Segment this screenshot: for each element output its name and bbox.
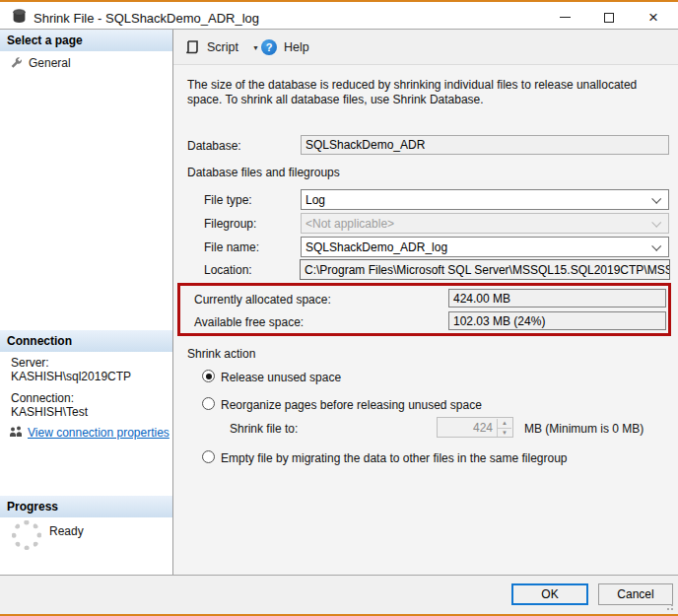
sidebar [0, 30, 173, 575]
file-name-combobox[interactable]: SQLShackDemo_ADR_log [301, 237, 669, 257]
help-icon: ? [261, 39, 277, 55]
database-field-value: SQLShackDemo_ADR [305, 138, 425, 152]
close-button[interactable]: × [639, 9, 668, 26]
ok-button-label: OK [541, 587, 558, 601]
resize-grip[interactable] [664, 601, 673, 610]
location-field-value: C:\Program Files\Microsoft SQL Server\MS… [305, 263, 670, 277]
maximize-icon [604, 13, 614, 23]
allocated-space-field[interactable]: 424.00 MB [448, 289, 666, 308]
script-icon [184, 39, 200, 55]
select-a-page-header: Select a page [0, 30, 172, 51]
filegroup-value: <Not applicable> [305, 217, 394, 231]
file-name-label: File name: [204, 240, 259, 254]
connection-value: KASHISH\Test [11, 405, 88, 419]
script-dropdown-icon[interactable]: ▼ [252, 44, 259, 51]
chevron-down-icon [651, 241, 661, 251]
sidebar-item-general-label: General [29, 56, 71, 70]
shrink-file-to-value: 424 [473, 421, 493, 435]
free-space-field[interactable]: 102.03 MB (24%) [448, 311, 666, 330]
progress-header: Progress [0, 496, 172, 517]
shrink-file-to-spinner[interactable]: 424 ▲ ▼ [437, 417, 513, 438]
progress-header-label: Progress [7, 500, 58, 513]
file-type-value: Log [305, 193, 325, 207]
dialog-description: The size of the database is reduced by s… [187, 78, 670, 107]
connection-label: Connection: [11, 391, 74, 405]
free-space-label: Available free space: [194, 315, 304, 329]
close-icon: × [648, 13, 658, 23]
select-a-page-header-label: Select a page [7, 34, 83, 47]
file-type-label: File type: [204, 193, 252, 207]
server-label: Server: [11, 356, 49, 370]
radio-reorganize-pages[interactable] [202, 397, 215, 410]
window-title: Shrink File - SQLShackDemo_ADR_log [34, 11, 259, 26]
allocated-space-label: Currently allocated space: [194, 293, 331, 307]
database-field[interactable]: SQLShackDemo_ADR [301, 135, 669, 155]
cancel-button[interactable]: Cancel [598, 583, 673, 605]
shrink-file-to-label: Shrink file to: [230, 422, 298, 436]
file-name-value: SQLShackDemo_ADR_log [305, 240, 447, 254]
cancel-button-label: Cancel [617, 587, 653, 601]
progress-status: Ready [49, 524, 84, 538]
radio-empty-file-label[interactable]: Empty file by migrating the data to othe… [221, 451, 568, 465]
radio-empty-file[interactable] [202, 450, 215, 463]
radio-reorganize-pages-label[interactable]: Reorganize pages before releasing unused… [221, 398, 482, 412]
maximize-button[interactable] [594, 9, 624, 26]
file-type-combobox[interactable]: Log [301, 189, 669, 210]
location-label: Location: [204, 263, 252, 277]
view-connection-properties-link[interactable]: View connection properties [28, 426, 170, 440]
connection-properties-icon [8, 425, 24, 440]
spinner-up-icon[interactable]: ▲ [498, 419, 511, 429]
help-button-label: Help [284, 40, 309, 54]
filegroup-combobox[interactable]: <Not applicable> [301, 213, 669, 234]
free-space-value: 102.03 MB (24%) [453, 314, 545, 328]
shrink-action-label: Shrink action [187, 347, 255, 361]
allocated-space-value: 424.00 MB [453, 292, 510, 306]
database-icon [12, 9, 27, 27]
view-connection-properties[interactable]: View connection properties [8, 425, 170, 440]
wrench-icon [10, 56, 23, 69]
ok-button[interactable]: OK [511, 583, 588, 605]
filegroup-label: Filegroup: [204, 217, 256, 231]
help-button[interactable]: ? Help [261, 37, 309, 57]
radio-release-unused-space[interactable] [202, 370, 215, 382]
radio-release-unused-space-label[interactable]: Release unused space [221, 371, 341, 384]
location-field[interactable]: C:\Program Files\Microsoft SQL Server\MS… [300, 259, 670, 280]
title-bar: Shrink File - SQLShackDemo_ADR_log × [0, 2, 678, 29]
database-label: Database: [187, 139, 241, 153]
server-value: KASHISH\sql2019CTP [11, 370, 131, 383]
spinner-buttons: ▲ ▼ [497, 419, 511, 437]
minimize-icon [560, 17, 571, 18]
progress-spinner-icon [12, 520, 41, 550]
files-section-label: Database files and filegroups [187, 166, 340, 179]
chevron-down-icon [651, 194, 661, 204]
sidebar-item-general[interactable]: General [10, 54, 168, 71]
chevron-down-icon [651, 218, 661, 228]
connection-header: Connection [0, 330, 172, 352]
shrink-file-to-suffix: MB (Minimum is 0 MB) [524, 422, 644, 436]
spinner-down-icon[interactable]: ▼ [498, 429, 511, 438]
minimize-button[interactable] [550, 9, 579, 26]
connection-header-label: Connection [7, 334, 72, 348]
script-button[interactable]: Script ▼ [184, 37, 259, 57]
script-button-label: Script [207, 40, 238, 54]
radio-dot [206, 374, 212, 379]
